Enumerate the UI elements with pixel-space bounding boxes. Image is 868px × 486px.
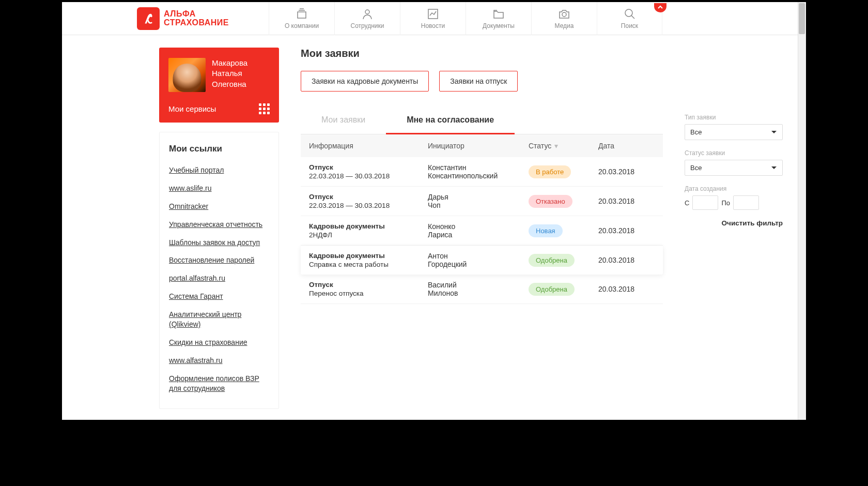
nav-about[interactable]: О компании <box>269 2 334 35</box>
sidebar-link-1[interactable]: www.aslife.ru <box>169 179 269 198</box>
profile-name: Макарова Наталья Олеговна <box>212 58 247 89</box>
stack-icon <box>296 8 308 20</box>
sidebar-link-7[interactable]: Система Гарант <box>169 287 269 306</box>
alpha-logo-icon <box>137 7 160 30</box>
chart-icon <box>427 8 439 20</box>
requests-table: Информация Инициатор Статус▾ Дата Отпуск… <box>301 134 663 304</box>
brand-text-2: СТРАХОВАНИЕ <box>164 19 229 27</box>
person-icon <box>361 8 374 20</box>
initiator-line1: Константин <box>428 163 529 172</box>
status-badge: Одобрена <box>529 283 575 296</box>
status-badge: Новая <box>529 224 563 237</box>
filter-date-label: Дата создания <box>685 185 783 192</box>
table-row[interactable]: Кадровые документыСправка с места работы… <box>301 246 663 275</box>
page-title: Мои заявки <box>301 48 663 59</box>
page-scrollbar[interactable] <box>798 2 806 420</box>
date-to-input[interactable] <box>733 195 759 210</box>
row-date: 20.03.2018 <box>598 197 655 205</box>
nav-docs[interactable]: Документы <box>466 2 531 35</box>
tab-my-requests[interactable]: Мои заявки <box>301 107 386 134</box>
header: АЛЬФА СТРАХОВАНИЕ О компании Сотрудники … <box>62 2 806 35</box>
table-row[interactable]: ОтпускПеренос отпускаВасилийМилоновОдобр… <box>301 275 663 304</box>
table-row[interactable]: Отпуск22.03.2018 — 30.03.2018КонстантинК… <box>301 157 663 187</box>
profile-card: Макарова Наталья Олеговна Мои сервисы <box>159 48 279 123</box>
avatar[interactable] <box>168 58 206 92</box>
search-icon <box>624 8 636 20</box>
status-badge: Одобрена <box>529 254 575 267</box>
date-to-label: По <box>721 199 730 207</box>
top-nav: О компании Сотрудники Новости Документы … <box>269 2 662 35</box>
clear-filter-button[interactable]: Очистить фильтр <box>685 219 783 227</box>
hr-docs-requests-button[interactable]: Заявки на кадровые документы <box>301 71 429 92</box>
sidebar-link-0[interactable]: Учебный портал <box>169 161 269 179</box>
initiator-line2: Чоп <box>428 201 529 209</box>
row-subtitle: Перенос отпуска <box>309 290 428 297</box>
row-subtitle: 2НДФЛ <box>309 231 428 239</box>
date-from-label: С <box>685 199 689 207</box>
sidebar-link-6[interactable]: portal.alfastrah.ru <box>169 269 269 287</box>
my-services-link[interactable]: Мои сервисы <box>168 104 216 113</box>
row-title: Кадровые документы <box>309 252 428 260</box>
tab-for-approval[interactable]: Мне на согласование <box>386 107 515 134</box>
folder-icon <box>492 8 505 20</box>
status-badge: Отказано <box>529 195 572 208</box>
table-row[interactable]: Отпуск22.03.2018 — 30.03.2018ДарьяЧопОтк… <box>301 187 663 216</box>
sidebar-link-2[interactable]: Omnitracker <box>169 198 269 216</box>
row-title: Отпуск <box>309 281 428 288</box>
sidebar-link-3[interactable]: Управленческая отчетность <box>169 216 269 234</box>
initiator-line1: Антон <box>428 252 529 260</box>
apps-grid-icon[interactable] <box>259 103 270 114</box>
row-date: 20.03.2018 <box>598 226 655 235</box>
col-initiator[interactable]: Инициатор <box>428 142 529 150</box>
svg-rect-0 <box>298 12 306 18</box>
col-date[interactable]: Дата <box>598 142 655 150</box>
filter-type-select[interactable]: Все <box>685 124 783 140</box>
sidebar-link-8[interactable]: Аналитический центр (Qlikview) <box>169 306 269 333</box>
row-subtitle: 22.03.2018 — 30.03.2018 <box>309 172 428 180</box>
svg-point-4 <box>625 9 632 17</box>
svg-point-1 <box>365 10 369 14</box>
camera-icon <box>558 8 570 20</box>
nav-news[interactable]: Новости <box>400 2 466 35</box>
date-from-input[interactable] <box>692 195 718 210</box>
my-links-block: Мои ссылки Учебный порталwww.aslife.ruOm… <box>159 132 279 409</box>
row-title: Отпуск <box>309 163 428 171</box>
row-subtitle: 22.03.2018 — 30.03.2018 <box>309 202 428 209</box>
filter-status-select[interactable]: Все <box>685 160 783 176</box>
links-title: Мои ссылки <box>169 144 269 154</box>
chevron-down-icon <box>771 129 777 135</box>
nav-media[interactable]: Медиа <box>531 2 597 35</box>
svg-line-5 <box>631 16 634 19</box>
vacation-requests-button[interactable]: Заявки на отпуск <box>439 71 518 92</box>
row-subtitle: Справка с места работы <box>309 261 428 268</box>
sidebar-link-9[interactable]: Скидки на страхование <box>169 333 269 352</box>
filter-type-label: Тип заявки <box>685 114 783 121</box>
sidebar-link-4[interactable]: Шаблоны заявок на доступ <box>169 234 269 252</box>
row-date: 20.03.2018 <box>598 285 655 293</box>
initiator-line2: Консантинопольский <box>428 172 529 180</box>
initiator-line1: Кононко <box>428 222 529 231</box>
sidebar-link-10[interactable]: www.alfastrah.ru <box>169 352 269 370</box>
chevron-down-icon <box>771 165 777 171</box>
status-badge: В работе <box>529 165 571 178</box>
table-header: Информация Инициатор Статус▾ Дата <box>301 134 663 157</box>
nav-staff[interactable]: Сотрудники <box>334 2 400 35</box>
nav-search[interactable]: Поиск <box>597 2 662 35</box>
svg-point-3 <box>562 12 566 17</box>
sidebar-link-11[interactable]: Оформление полисов ВЗР для сотрудников <box>169 370 269 398</box>
initiator-line2: Милонов <box>428 289 529 297</box>
filter-status-label: Статус заявки <box>685 149 783 157</box>
sort-desc-icon: ▾ <box>554 142 558 150</box>
row-title: Отпуск <box>309 193 428 201</box>
tabs: Мои заявки Мне на согласование <box>301 107 663 134</box>
sidebar-link-5[interactable]: Восстановление паролей <box>169 251 269 269</box>
row-date: 20.03.2018 <box>598 256 655 264</box>
initiator-line2: Лариса <box>428 231 529 239</box>
initiator-line2: Городецкий <box>428 260 529 268</box>
brand-logo[interactable]: АЛЬФА СТРАХОВАНИЕ <box>137 7 258 30</box>
col-info[interactable]: Информация <box>309 142 428 150</box>
table-row[interactable]: Кадровые документы2НДФЛКононкоЛарисаНова… <box>301 216 663 246</box>
col-status[interactable]: Статус▾ <box>529 142 598 150</box>
filters-panel: Тип заявки Все Статус заявки Все Дата со… <box>685 48 783 409</box>
row-date: 20.03.2018 <box>598 168 655 176</box>
